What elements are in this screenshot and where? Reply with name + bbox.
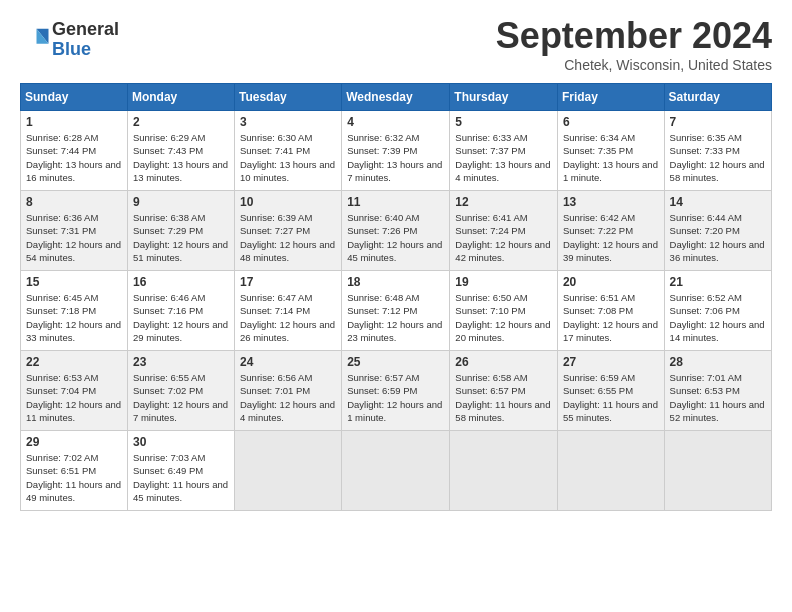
day-number: 7	[670, 115, 766, 129]
day-cell-1: 1 Sunrise: 6:28 AMSunset: 7:44 PMDayligh…	[21, 111, 128, 191]
day-info: Sunrise: 6:58 AMSunset: 6:57 PMDaylight:…	[455, 372, 550, 423]
day-cell-22: 22 Sunrise: 6:53 AMSunset: 7:04 PMDaylig…	[21, 351, 128, 431]
day-info: Sunrise: 6:40 AMSunset: 7:26 PMDaylight:…	[347, 212, 442, 263]
weekday-header-tuesday: Tuesday	[235, 84, 342, 111]
day-cell-14: 14 Sunrise: 6:44 AMSunset: 7:20 PMDaylig…	[664, 191, 771, 271]
day-cell-2: 2 Sunrise: 6:29 AMSunset: 7:43 PMDayligh…	[127, 111, 234, 191]
day-cell-24: 24 Sunrise: 6:56 AMSunset: 7:01 PMDaylig…	[235, 351, 342, 431]
day-cell-9: 9 Sunrise: 6:38 AMSunset: 7:29 PMDayligh…	[127, 191, 234, 271]
day-cell-20: 20 Sunrise: 6:51 AMSunset: 7:08 PMDaylig…	[557, 271, 664, 351]
day-number: 8	[26, 195, 122, 209]
day-number: 6	[563, 115, 659, 129]
weekday-header-saturday: Saturday	[664, 84, 771, 111]
day-info: Sunrise: 6:56 AMSunset: 7:01 PMDaylight:…	[240, 372, 335, 423]
day-info: Sunrise: 6:38 AMSunset: 7:29 PMDaylight:…	[133, 212, 228, 263]
day-number: 30	[133, 435, 229, 449]
weekday-header-row: SundayMondayTuesdayWednesdayThursdayFrid…	[21, 84, 772, 111]
location: Chetek, Wisconsin, United States	[496, 57, 772, 73]
day-number: 17	[240, 275, 336, 289]
day-number: 13	[563, 195, 659, 209]
day-number: 21	[670, 275, 766, 289]
empty-cell	[342, 431, 450, 511]
day-cell-7: 7 Sunrise: 6:35 AMSunset: 7:33 PMDayligh…	[664, 111, 771, 191]
day-info: Sunrise: 6:52 AMSunset: 7:06 PMDaylight:…	[670, 292, 765, 343]
day-info: Sunrise: 6:36 AMSunset: 7:31 PMDaylight:…	[26, 212, 121, 263]
week-row-1: 1 Sunrise: 6:28 AMSunset: 7:44 PMDayligh…	[21, 111, 772, 191]
day-number: 28	[670, 355, 766, 369]
day-info: Sunrise: 6:46 AMSunset: 7:16 PMDaylight:…	[133, 292, 228, 343]
day-info: Sunrise: 6:30 AMSunset: 7:41 PMDaylight:…	[240, 132, 335, 183]
day-cell-28: 28 Sunrise: 7:01 AMSunset: 6:53 PMDaylig…	[664, 351, 771, 431]
day-number: 15	[26, 275, 122, 289]
weekday-header-sunday: Sunday	[21, 84, 128, 111]
week-row-3: 15 Sunrise: 6:45 AMSunset: 7:18 PMDaylig…	[21, 271, 772, 351]
day-info: Sunrise: 6:29 AMSunset: 7:43 PMDaylight:…	[133, 132, 228, 183]
day-info: Sunrise: 6:48 AMSunset: 7:12 PMDaylight:…	[347, 292, 442, 343]
logo-general-text: General	[52, 20, 119, 40]
day-number: 22	[26, 355, 122, 369]
day-number: 16	[133, 275, 229, 289]
day-cell-19: 19 Sunrise: 6:50 AMSunset: 7:10 PMDaylig…	[450, 271, 558, 351]
day-cell-29: 29 Sunrise: 7:02 AMSunset: 6:51 PMDaylig…	[21, 431, 128, 511]
day-info: Sunrise: 6:41 AMSunset: 7:24 PMDaylight:…	[455, 212, 550, 263]
day-number: 25	[347, 355, 444, 369]
day-info: Sunrise: 6:28 AMSunset: 7:44 PMDaylight:…	[26, 132, 121, 183]
title-area: September 2024 Chetek, Wisconsin, United…	[496, 15, 772, 73]
day-cell-4: 4 Sunrise: 6:32 AMSunset: 7:39 PMDayligh…	[342, 111, 450, 191]
day-info: Sunrise: 7:02 AMSunset: 6:51 PMDaylight:…	[26, 452, 121, 503]
day-number: 2	[133, 115, 229, 129]
day-info: Sunrise: 6:42 AMSunset: 7:22 PMDaylight:…	[563, 212, 658, 263]
day-info: Sunrise: 7:03 AMSunset: 6:49 PMDaylight:…	[133, 452, 228, 503]
day-cell-23: 23 Sunrise: 6:55 AMSunset: 7:02 PMDaylig…	[127, 351, 234, 431]
day-number: 19	[455, 275, 552, 289]
day-number: 10	[240, 195, 336, 209]
day-number: 12	[455, 195, 552, 209]
week-row-4: 22 Sunrise: 6:53 AMSunset: 7:04 PMDaylig…	[21, 351, 772, 431]
day-info: Sunrise: 6:39 AMSunset: 7:27 PMDaylight:…	[240, 212, 335, 263]
day-info: Sunrise: 6:33 AMSunset: 7:37 PMDaylight:…	[455, 132, 550, 183]
day-number: 18	[347, 275, 444, 289]
day-info: Sunrise: 6:34 AMSunset: 7:35 PMDaylight:…	[563, 132, 658, 183]
day-cell-15: 15 Sunrise: 6:45 AMSunset: 7:18 PMDaylig…	[21, 271, 128, 351]
day-cell-3: 3 Sunrise: 6:30 AMSunset: 7:41 PMDayligh…	[235, 111, 342, 191]
day-number: 4	[347, 115, 444, 129]
day-cell-13: 13 Sunrise: 6:42 AMSunset: 7:22 PMDaylig…	[557, 191, 664, 271]
day-number: 26	[455, 355, 552, 369]
week-row-2: 8 Sunrise: 6:36 AMSunset: 7:31 PMDayligh…	[21, 191, 772, 271]
day-cell-17: 17 Sunrise: 6:47 AMSunset: 7:14 PMDaylig…	[235, 271, 342, 351]
logo-icon	[20, 25, 50, 55]
weekday-header-monday: Monday	[127, 84, 234, 111]
day-info: Sunrise: 6:35 AMSunset: 7:33 PMDaylight:…	[670, 132, 765, 183]
day-info: Sunrise: 6:55 AMSunset: 7:02 PMDaylight:…	[133, 372, 228, 423]
day-cell-6: 6 Sunrise: 6:34 AMSunset: 7:35 PMDayligh…	[557, 111, 664, 191]
day-cell-16: 16 Sunrise: 6:46 AMSunset: 7:16 PMDaylig…	[127, 271, 234, 351]
logo: General Blue	[20, 20, 119, 60]
empty-cell	[557, 431, 664, 511]
calendar-table: SundayMondayTuesdayWednesdayThursdayFrid…	[20, 83, 772, 511]
day-info: Sunrise: 6:45 AMSunset: 7:18 PMDaylight:…	[26, 292, 121, 343]
day-cell-26: 26 Sunrise: 6:58 AMSunset: 6:57 PMDaylig…	[450, 351, 558, 431]
day-info: Sunrise: 6:32 AMSunset: 7:39 PMDaylight:…	[347, 132, 442, 183]
day-number: 24	[240, 355, 336, 369]
day-number: 23	[133, 355, 229, 369]
logo-blue-text: Blue	[52, 40, 119, 60]
day-number: 14	[670, 195, 766, 209]
day-number: 20	[563, 275, 659, 289]
day-number: 9	[133, 195, 229, 209]
week-row-5: 29 Sunrise: 7:02 AMSunset: 6:51 PMDaylig…	[21, 431, 772, 511]
empty-cell	[235, 431, 342, 511]
day-cell-5: 5 Sunrise: 6:33 AMSunset: 7:37 PMDayligh…	[450, 111, 558, 191]
day-number: 29	[26, 435, 122, 449]
day-info: Sunrise: 6:47 AMSunset: 7:14 PMDaylight:…	[240, 292, 335, 343]
weekday-header-wednesday: Wednesday	[342, 84, 450, 111]
weekday-header-friday: Friday	[557, 84, 664, 111]
day-number: 27	[563, 355, 659, 369]
day-cell-12: 12 Sunrise: 6:41 AMSunset: 7:24 PMDaylig…	[450, 191, 558, 271]
month-title: September 2024	[496, 15, 772, 57]
day-info: Sunrise: 6:44 AMSunset: 7:20 PMDaylight:…	[670, 212, 765, 263]
day-cell-18: 18 Sunrise: 6:48 AMSunset: 7:12 PMDaylig…	[342, 271, 450, 351]
day-cell-25: 25 Sunrise: 6:57 AMSunset: 6:59 PMDaylig…	[342, 351, 450, 431]
day-number: 11	[347, 195, 444, 209]
day-cell-11: 11 Sunrise: 6:40 AMSunset: 7:26 PMDaylig…	[342, 191, 450, 271]
empty-cell	[664, 431, 771, 511]
